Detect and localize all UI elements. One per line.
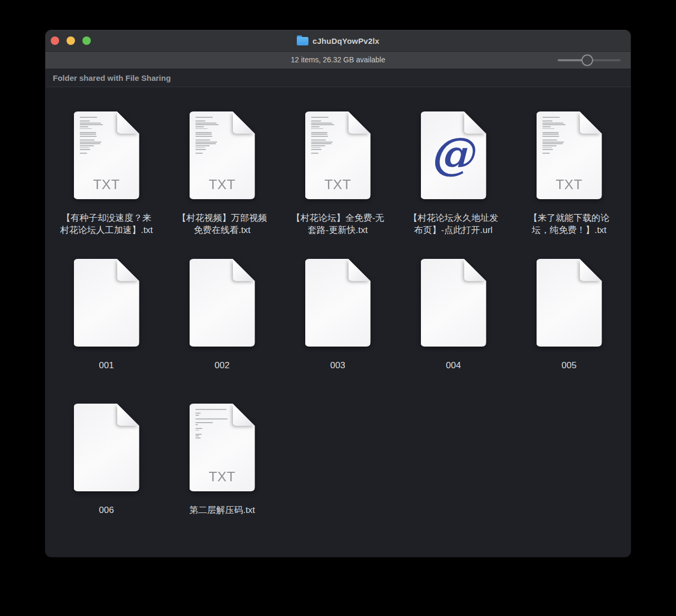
page-fold-icon bbox=[349, 259, 371, 281]
at-symbol-icon: @ bbox=[430, 127, 474, 180]
fullscreen-button[interactable] bbox=[82, 36, 91, 45]
window-title: cJhuDqYowPv2lx bbox=[313, 36, 380, 45]
document-icon[interactable]: @ bbox=[421, 111, 486, 199]
document-icon[interactable] bbox=[74, 404, 139, 491]
file-item[interactable]: @ 【村花论坛永久地址发 布页】-点此打开.url bbox=[396, 111, 511, 236]
file-label: 002 bbox=[214, 359, 229, 371]
file-label: 【村花论坛永久地址发 布页】-点此打开.url bbox=[409, 212, 499, 236]
document-icon[interactable]: TXT bbox=[305, 111, 371, 199]
file-label: 003 bbox=[330, 359, 345, 371]
file-label: 第二层解压码.txt bbox=[189, 504, 255, 516]
file-label: 【村花视频】万部视频 免费在线看.txt bbox=[177, 212, 267, 236]
banner-text: Folder shared with File Sharing bbox=[53, 73, 171, 82]
document-icon[interactable]: TXT bbox=[190, 111, 255, 199]
file-item[interactable]: 001 bbox=[49, 259, 164, 371]
page-fold-icon bbox=[233, 404, 255, 426]
page-fold-icon bbox=[580, 259, 602, 281]
page-fold-icon bbox=[580, 111, 602, 134]
file-item[interactable]: TXT 【村花论坛】全免费-无 套路-更新快.txt bbox=[280, 111, 396, 236]
document-icon[interactable]: TXT bbox=[190, 404, 255, 491]
icon-size-slider[interactable] bbox=[558, 52, 621, 69]
file-label: 004 bbox=[446, 359, 461, 371]
document-text-lines bbox=[195, 117, 230, 155]
page-fold-icon bbox=[117, 404, 139, 426]
titlebar[interactable]: cJhuDqYowPv2lx bbox=[45, 30, 631, 52]
file-label: 【有种子却没速度？来 村花论坛人工加速】.txt bbox=[60, 212, 153, 236]
file-item[interactable]: 005 bbox=[511, 259, 627, 371]
file-label: 005 bbox=[561, 359, 576, 371]
finder-window: cJhuDqYowPv2lx 12 items, 26.32 GB availa… bbox=[45, 30, 631, 557]
document-icon[interactable] bbox=[190, 259, 255, 347]
document-icon[interactable] bbox=[537, 259, 602, 347]
file-row: 006 TXT 第二层解压码.txt bbox=[49, 404, 631, 516]
txt-badge: TXT bbox=[305, 176, 371, 193]
traffic-lights bbox=[51, 30, 91, 51]
page-fold-icon bbox=[233, 111, 255, 134]
document-icon[interactable]: TXT bbox=[74, 111, 139, 199]
file-grid[interactable]: TXT 【有种子却没速度？来 村花论坛人工加速】.txt TXT 【村花视频】万… bbox=[45, 111, 631, 557]
txt-badge: TXT bbox=[190, 176, 255, 193]
document-icon[interactable] bbox=[421, 259, 486, 347]
page-fold-icon bbox=[117, 259, 139, 281]
page-fold-icon bbox=[117, 111, 139, 134]
document-icon[interactable]: TXT bbox=[537, 111, 602, 199]
file-item[interactable]: TXT 【村花视频】万部视频 免费在线看.txt bbox=[164, 111, 280, 236]
page-fold-icon bbox=[464, 259, 486, 281]
shared-folder-banner: Folder shared with File Sharing bbox=[45, 69, 631, 87]
document-text-lines bbox=[80, 117, 114, 155]
document-text-lines bbox=[195, 409, 230, 440]
page-fold-icon bbox=[349, 111, 371, 134]
folder-icon bbox=[297, 37, 308, 45]
document-text-lines bbox=[542, 117, 577, 155]
file-item[interactable]: 006 bbox=[49, 404, 164, 516]
page-fold-icon bbox=[233, 259, 255, 281]
desktop-background: cJhuDqYowPv2lx 12 items, 26.32 GB availa… bbox=[0, 0, 676, 616]
file-label: 【来了就能下载的论 坛，纯免费！】.txt bbox=[529, 212, 609, 236]
file-row: TXT 【有种子却没速度？来 村花论坛人工加速】.txt TXT 【村花视频】万… bbox=[49, 111, 631, 236]
document-text-lines bbox=[311, 117, 345, 155]
file-item[interactable]: TXT 第二层解压码.txt bbox=[164, 404, 280, 516]
file-label: 【村花论坛】全免费-无 套路-更新快.txt bbox=[292, 212, 384, 236]
minimize-button[interactable] bbox=[67, 36, 75, 45]
document-icon[interactable] bbox=[74, 259, 139, 347]
close-button[interactable] bbox=[51, 36, 59, 45]
file-item[interactable]: TXT 【有种子却没速度？来 村花论坛人工加速】.txt bbox=[49, 111, 164, 236]
txt-badge: TXT bbox=[74, 176, 139, 193]
file-item[interactable]: 003 bbox=[280, 259, 396, 371]
file-label: 001 bbox=[99, 359, 114, 371]
file-item[interactable]: 002 bbox=[164, 259, 280, 371]
status-text: 12 items, 26.32 GB available bbox=[45, 52, 631, 68]
file-item[interactable]: 004 bbox=[396, 259, 511, 371]
txt-badge: TXT bbox=[190, 469, 255, 485]
page-fold-icon bbox=[464, 111, 486, 134]
file-item[interactable]: TXT 【来了就能下载的论 坛，纯免费！】.txt bbox=[511, 111, 627, 236]
status-bar: 12 items, 26.32 GB available bbox=[45, 52, 631, 69]
file-row: 001 002 003 004 bbox=[49, 259, 631, 371]
file-label: 006 bbox=[99, 504, 114, 516]
txt-badge: TXT bbox=[537, 176, 602, 193]
document-icon[interactable] bbox=[305, 259, 371, 347]
slider-knob[interactable] bbox=[581, 54, 593, 66]
title-area: cJhuDqYowPv2lx bbox=[45, 30, 631, 51]
